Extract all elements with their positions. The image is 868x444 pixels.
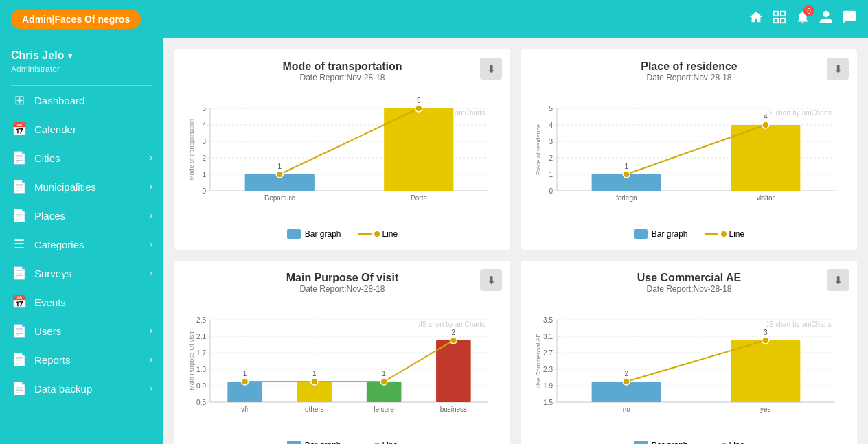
chevron-right-icon: ›: [150, 268, 152, 278]
sidebar-item-data_backup[interactable]: 📄 Data backup ›: [0, 374, 163, 403]
svg-text:5: 5: [202, 105, 206, 113]
sidebar-item-categories[interactable]: ☰ Categories ›: [0, 230, 163, 259]
legend-line-main_purpose: Line: [358, 441, 398, 444]
topnav-icons: 0: [749, 10, 857, 29]
svg-text:1: 1: [202, 171, 206, 178]
svg-text:2: 2: [202, 154, 206, 162]
svg-text:1.3: 1.3: [196, 366, 206, 373]
sidebar-item-label-categories: Categories: [34, 239, 84, 250]
chart-title-use_commercial: Use Commercial AE: [532, 272, 846, 284]
sidebar-item-reports[interactable]: 📄 Reports ›: [0, 345, 163, 374]
bar-main_purpose-3: [436, 340, 471, 402]
sidebar-item-municipalities[interactable]: 📄 Municipalities ›: [0, 172, 163, 201]
svg-text:4: 4: [764, 113, 768, 121]
legend-bar-mode_transportation: Bar graph: [287, 229, 341, 239]
sidebar-user-role: Administrator: [11, 65, 152, 74]
chart-legend-mode_transportation: Bar graph Line: [185, 229, 499, 239]
download-button-use_commercial[interactable]: ⬇: [827, 269, 849, 291]
svg-text:0.5: 0.5: [196, 399, 206, 406]
places-icon: 📄: [11, 208, 27, 223]
sidebar-user-name[interactable]: Chris Jelo ▾: [11, 49, 152, 62]
data_backup-icon: 📄: [11, 381, 27, 396]
svg-text:foriegn: foriegn: [616, 194, 637, 202]
chart-date-mode_transportation: Date Report:Nov-28-18: [185, 73, 499, 82]
chat-icon[interactable]: [842, 10, 857, 29]
dot-main_purpose-2: [380, 378, 387, 385]
brand-button[interactable]: Admin|Faces Of negros: [11, 10, 141, 29]
svg-text:2.3: 2.3: [543, 366, 553, 373]
svg-text:5: 5: [417, 97, 421, 104]
sidebar-item-places[interactable]: 📄 Places ›: [0, 201, 163, 230]
svg-text:1.5: 1.5: [543, 399, 553, 406]
sidebar-item-label-places: Places: [34, 210, 65, 222]
legend-bar-use_commercial: Bar graph: [634, 441, 688, 444]
svg-text:Main Purpose Of visit: Main Purpose Of visit: [188, 331, 195, 390]
svg-text:4: 4: [202, 121, 206, 129]
sidebar-item-calender[interactable]: 📅 Calender: [0, 115, 163, 143]
svg-text:1: 1: [382, 370, 386, 377]
legend-line-label: Line: [382, 441, 398, 444]
sidebar-item-surveys[interactable]: 📄 Surveys ›: [0, 259, 163, 288]
sidebar-item-label-cities: Cities: [34, 152, 60, 164]
svg-text:JS chart by amCharts: JS chart by amCharts: [419, 320, 485, 328]
download-button-main_purpose[interactable]: ⬇: [480, 269, 502, 291]
chart-legend-use_commercial: Bar graph Line: [532, 441, 846, 444]
chevron-right-icon: ›: [150, 211, 152, 220]
svg-text:others: others: [305, 406, 324, 413]
sidebar: Chris Jelo ▾ Administrator ⊞ Dashboard 📅…: [0, 38, 163, 444]
legend-line-label: Line: [729, 229, 745, 239]
svg-text:2.1: 2.1: [196, 333, 206, 340]
chart-area-mode_transportation: 012345JS chart by amChartsMode of transp…: [185, 88, 499, 225]
surveys-icon: 📄: [11, 266, 27, 281]
sidebar-item-left-municipalities: 📄 Municipalities: [11, 179, 96, 194]
svg-text:3: 3: [549, 138, 553, 145]
sidebar-item-users[interactable]: 📄 Users ›: [0, 316, 163, 345]
chart-card-mode_transportation: Mode of transportation Date Report:Nov-2…: [174, 49, 510, 250]
sidebar-item-left-events: 📅 Events: [11, 294, 66, 309]
user-icon[interactable]: [819, 10, 834, 29]
sidebar-item-label-calender: Calender: [34, 124, 76, 135]
sidebar-item-left-dashboard: ⊞ Dashboard: [11, 93, 84, 108]
calender-icon: 📅: [11, 121, 27, 137]
sidebar-user: Chris Jelo ▾ Administrator: [0, 38, 163, 85]
bar-mode_transportation-1: [384, 108, 453, 191]
download-button-mode_transportation[interactable]: ⬇: [480, 58, 502, 80]
legend-bar-color: [634, 441, 648, 444]
svg-text:1: 1: [243, 370, 247, 377]
svg-text:Mode of transportation: Mode of transportation: [188, 119, 195, 180]
svg-text:visitor: visitor: [757, 194, 775, 202]
expand-icon[interactable]: [772, 10, 787, 29]
legend-bar-color: [287, 229, 301, 239]
chevron-right-icon: ›: [150, 384, 152, 393]
events-icon: 📅: [11, 294, 27, 309]
svg-text:Use Commercial AE: Use Commercial AE: [535, 334, 542, 389]
svg-text:4: 4: [549, 121, 553, 129]
sidebar-item-label-dashboard: Dashboard: [34, 95, 84, 106]
svg-rect-0: [774, 12, 778, 16]
dot-mode_transportation-1: [415, 105, 422, 112]
bell-icon[interactable]: 0: [795, 10, 810, 29]
bar-use_commercial-1: [731, 340, 800, 402]
sidebar-item-dashboard[interactable]: ⊞ Dashboard: [0, 86, 163, 115]
chart-legend-place_residence: Bar graph Line: [532, 229, 846, 239]
chevron-right-icon: ›: [150, 182, 152, 191]
sidebar-item-left-data_backup: 📄 Data backup: [11, 381, 92, 396]
svg-text:Place of residence: Place of residence: [535, 124, 542, 175]
chevron-down-icon: ▾: [68, 51, 72, 60]
dot-use_commercial-1: [762, 337, 769, 344]
svg-text:2: 2: [452, 329, 456, 336]
svg-text:1: 1: [312, 370, 317, 377]
sidebar-item-left-places: 📄 Places: [11, 208, 65, 223]
sidebar-item-events[interactable]: 📅 Events: [0, 288, 163, 316]
home-icon[interactable]: [749, 10, 764, 29]
sidebar-item-cities[interactable]: 📄 Cities ›: [0, 143, 163, 172]
chart-title-main_purpose: Main Purpose Of visit: [185, 272, 499, 284]
chart-svg-use_commercial: 1.51.92.32.73.13.5JS chart by amChartsUs…: [532, 299, 846, 430]
sidebar-item-label-reports: Reports: [34, 354, 71, 366]
legend-line-mode_transportation: Line: [358, 229, 398, 239]
sidebar-item-label-data_backup: Data backup: [34, 383, 92, 395]
sidebar-item-label-users: Users: [34, 325, 61, 337]
legend-dot: [721, 231, 727, 237]
legend-line-label: Line: [729, 441, 745, 444]
download-button-place_residence[interactable]: ⬇: [827, 58, 849, 80]
